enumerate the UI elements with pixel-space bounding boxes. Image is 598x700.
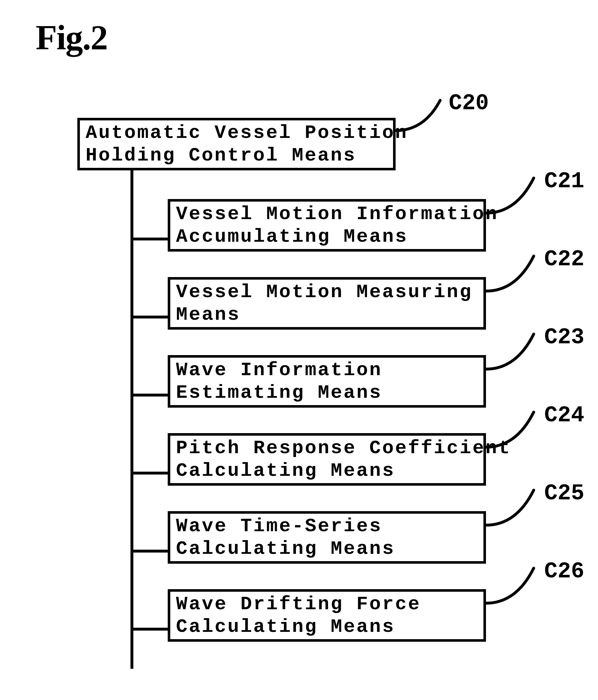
c22-line1: Vessel Motion Measuring [176,281,478,303]
child-box-c26: Wave Drifting Force Calculating Means [168,589,486,642]
branch-c24 [133,472,169,475]
branch-c25 [133,550,169,553]
label-c20: C20 [449,91,489,116]
label-c24: C24 [544,403,584,428]
branch-c21 [133,238,169,241]
c26-line1: Wave Drifting Force [176,593,478,616]
child-box-c25: Wave Time-Series Calculating Means [168,511,486,564]
label-c26: C26 [544,559,584,584]
c24-line1: Pitch Response Coefficient [176,437,478,459]
child-box-c23: Wave Information Estimating Means [168,355,486,408]
child-box-c24: Pitch Response Coefficient Calculating M… [168,433,486,486]
label-c21: C21 [544,169,584,194]
c26-line2: Calculating Means [176,616,478,638]
branch-c22 [133,316,169,319]
figure-title: Fig.2 [36,18,107,58]
root-line1: Automatic Vessel Position [86,122,387,144]
child-box-c22: Vessel Motion Measuring Means [168,277,486,330]
c25-line2: Calculating Means [176,538,478,560]
root-line2: Holding Control Means [86,144,387,167]
label-c23: C23 [544,325,584,350]
c21-line2: Accumulating Means [176,225,478,248]
branch-c26 [133,628,169,630]
root-box: Automatic Vessel Position Holding Contro… [77,118,396,170]
c24-line2: Calculating Means [176,459,478,482]
child-box-c21: Vessel Motion Information Accumulating M… [168,199,486,252]
label-c25: C25 [544,481,584,506]
c23-line1: Wave Information [176,359,478,381]
c23-line2: Estimating Means [176,381,478,404]
c21-line1: Vessel Motion Information [176,203,478,225]
label-c22: C22 [544,247,584,272]
c25-line1: Wave Time-Series [176,515,478,538]
stem-vertical [130,170,133,669]
branch-c23 [133,394,169,397]
c22-line2: Means [176,303,478,326]
